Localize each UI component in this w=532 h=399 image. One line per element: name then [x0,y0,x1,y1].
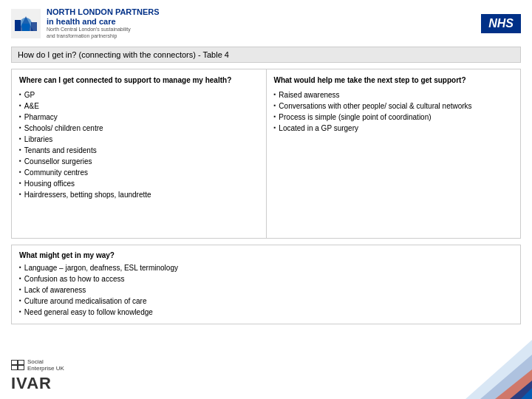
right-panel-title: What would help me take the next step to… [274,75,514,85]
list-item: Culture around medicalisation of care [19,296,513,307]
list-item: Lack of awareness [19,284,513,296]
logo-subtitle: North Central London's sustainabilityand… [47,27,160,39]
list-item: Pharmacy [19,112,259,123]
svg-rect-3 [15,20,21,31]
header: NORTH LONDON PARTNERS in health and care… [11,7,521,39]
list-item: Located in a GP surgery [274,123,514,134]
list-item: Process is simple (single point of coord… [274,112,514,123]
ivar-text: IVAR [11,374,52,393]
list-item: Need general easy to follow knowledge [19,307,513,318]
svg-rect-6 [12,361,17,364]
svg-rect-7 [18,361,24,364]
bottom-list: Language – jargon, deafness, ESL termino… [19,262,513,318]
list-item: Hairdressers, betting shops, laundrette [19,189,259,200]
nlp-logo-icon [11,9,41,38]
svg-rect-9 [18,366,24,369]
list-item: Community centres [19,167,259,178]
nhs-badge: NHS [481,14,521,33]
ivar-logo: Social Enterprise UK IVAR [11,358,64,393]
corner-decoration [466,340,532,399]
logo-title-line1: NORTH LONDON PARTNERS [47,7,160,17]
bottom-section: What might get in my way? Language – jar… [11,245,521,324]
left-panel: Where can I get connected to support to … [12,69,267,238]
title-text: How do I get in? (connecting with the co… [18,50,229,59]
page: NORTH LONDON PARTNERS in health and care… [0,0,532,399]
social-enterprise-icon [11,360,24,370]
right-panel-list: Raised awareness Conversations with othe… [274,89,514,134]
left-panel-title: Where can I get connected to support to … [19,75,259,85]
svg-rect-4 [22,24,30,31]
list-item: Counsellor surgeries [19,156,259,167]
list-item: A&E [19,100,259,112]
bottom-title: What might get in my way? [19,251,513,259]
logo-title-line2: in health and care [47,17,160,27]
list-item: Language – jargon, deafness, ESL termino… [19,262,513,273]
logo-text: NORTH LONDON PARTNERS in health and care… [47,7,160,39]
main-grid: Where can I get connected to support to … [11,69,521,239]
right-panel: What would help me take the next step to… [267,69,521,238]
list-item: Schools/ children centre [19,123,259,134]
svg-rect-8 [12,366,17,369]
list-item: Confusion as to how to access [19,273,513,284]
logo-container: NORTH LONDON PARTNERS in health and care… [11,7,160,39]
list-item: Libraries [19,134,259,145]
left-panel-list: GP A&E Pharmacy Schools/ children centre… [19,89,259,200]
social-enterprise-text: Social Enterprise UK [27,358,64,372]
list-item: Conversations with other people/ social … [274,100,514,112]
footer: Social Enterprise UK IVAR [11,358,521,393]
list-item: Housing offices [19,178,259,189]
list-item: GP [19,89,259,100]
social-enterprise-container: Social Enterprise UK [11,358,64,372]
list-item: Tenants and residents [19,145,259,156]
list-item: Raised awareness [274,89,514,100]
title-bar: How do I get in? (connecting with the co… [11,47,521,63]
svg-rect-5 [31,22,37,31]
